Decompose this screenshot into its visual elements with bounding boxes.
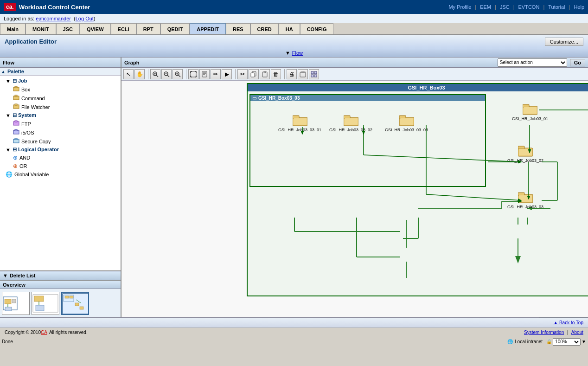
- toolbar-sep-4: [283, 69, 285, 79]
- tree-item-command[interactable]: Command: [6, 94, 119, 103]
- svg-rect-53: [251, 73, 255, 77]
- overview-thumb-1[interactable]: [2, 292, 30, 315]
- tree-item-secure-copy[interactable]: Secure Copy: [6, 137, 119, 146]
- node-job03-01-label: GSI_HR_Job03_01: [512, 116, 548, 121]
- system-info-link[interactable]: System Information: [524, 330, 564, 335]
- tree-item-i5os[interactable]: i5/OS: [6, 128, 119, 137]
- evtcon-link[interactable]: EVTCON: [518, 4, 540, 10]
- toggle-button[interactable]: [309, 69, 319, 79]
- tree-item-file-watcher[interactable]: File Watcher: [6, 103, 119, 111]
- nav-jsc[interactable]: JSC: [56, 23, 80, 34]
- properties-button[interactable]: [199, 69, 210, 79]
- about-link[interactable]: About: [571, 330, 583, 335]
- inner-box-collapse-icon[interactable]: ▭: [252, 96, 256, 101]
- run-button[interactable]: ▶: [222, 69, 232, 79]
- ca-brand-icon: ca.: [4, 3, 16, 11]
- system-group-header[interactable]: ▼ ⊟ System: [2, 111, 119, 119]
- paste-button[interactable]: [260, 69, 270, 79]
- select-tool-button[interactable]: ↖: [123, 69, 134, 79]
- help-link[interactable]: Help: [574, 4, 584, 10]
- app-title: Workload Control Center: [19, 4, 90, 11]
- tutorial-link[interactable]: Tutorial: [548, 4, 565, 10]
- copy-button[interactable]: [249, 69, 259, 79]
- overview-thumb-3[interactable]: [61, 292, 89, 315]
- nav-qedit[interactable]: QEDIT: [160, 23, 190, 34]
- nav-ha[interactable]: HA: [279, 23, 300, 34]
- logical-operator-group-header[interactable]: ▼ ⊟ Logical Operator: [2, 146, 119, 154]
- app-logo: ca. Workload Control Center: [4, 3, 90, 11]
- top-links: My Profile | EEM | JSC | EVTCON | Tutori…: [448, 4, 584, 10]
- nav-config[interactable]: CONFIG: [300, 23, 334, 34]
- node-job03-02[interactable]: GSI_HR_Job03_02: [507, 144, 543, 163]
- svg-rect-27: [80, 307, 83, 309]
- zoom-in-button[interactable]: [173, 69, 183, 79]
- flow-label: Flow: [3, 60, 14, 65]
- nav-monit[interactable]: MONIT: [26, 23, 56, 34]
- flow-label-bar: Flow: [0, 58, 121, 68]
- file-watcher-icon: [13, 103, 19, 110]
- delete-list-bar[interactable]: ▼ Delete List: [0, 271, 121, 280]
- nav-main[interactable]: Main: [0, 23, 26, 34]
- page-title-bar: Application Editor Customize...: [0, 35, 588, 48]
- ca-link[interactable]: CA: [41, 330, 47, 335]
- pan-tool-button[interactable]: ✋: [134, 69, 145, 79]
- action-select[interactable]: Select an action: [498, 58, 567, 67]
- nav-res[interactable]: RES: [226, 23, 250, 34]
- svg-rect-61: [311, 75, 313, 77]
- svg-rect-57: [301, 71, 303, 72]
- cut-button[interactable]: ✂: [237, 69, 248, 79]
- tree-item-box[interactable]: Box: [6, 85, 119, 94]
- svg-rect-20: [36, 305, 44, 311]
- zoom-fit-button[interactable]: [150, 69, 160, 79]
- jsc-link[interactable]: JSC: [500, 4, 510, 10]
- tree-item-and[interactable]: ⊕ AND: [6, 154, 119, 162]
- go-button[interactable]: Go: [570, 59, 585, 66]
- login-prefix: Logged in as:: [4, 16, 34, 21]
- nav-ecli[interactable]: ECLI: [111, 23, 136, 34]
- tree-item-global-variable[interactable]: 🌐 Global Variable: [2, 170, 119, 179]
- toolbar-sep-2: [185, 69, 186, 79]
- delete-button[interactable]: 🗑: [271, 69, 281, 79]
- back-to-top: ▲ Back to Top: [553, 320, 583, 325]
- left-panel: Flow ▲ Palette ▼ ⊟ Job Box: [0, 58, 121, 317]
- my-profile-link[interactable]: My Profile: [448, 4, 471, 10]
- svg-rect-11: [15, 138, 17, 140]
- zoom-select[interactable]: 100%: [553, 338, 581, 346]
- box-icon: [13, 86, 19, 93]
- fit-all-button[interactable]: [188, 69, 198, 79]
- back-to-top-link[interactable]: ▲ Back to Top: [553, 320, 583, 325]
- palette-header[interactable]: ▲ Palette: [0, 68, 121, 76]
- tree-item-ftp[interactable]: FTP: [6, 119, 119, 128]
- nav-qview[interactable]: QVIEW: [80, 23, 111, 34]
- node-job03-03-01[interactable]: GSI_HR_Job03_03_01: [278, 114, 321, 132]
- zone-icon: 🌐: [507, 339, 513, 344]
- overview-content: [0, 289, 121, 317]
- edit-button[interactable]: ✏: [211, 69, 221, 79]
- tree-item-or[interactable]: ⊕ OR: [6, 162, 119, 170]
- username-link[interactable]: ejmcommander: [36, 16, 71, 21]
- eem-link[interactable]: EEM: [480, 4, 491, 10]
- flow-link[interactable]: Flow: [292, 50, 303, 56]
- palette-toggle-icon: ▲: [1, 69, 6, 74]
- job-group-header[interactable]: ▼ ⊟ Job: [2, 77, 119, 85]
- svg-line-36: [179, 75, 180, 77]
- svg-rect-89: [344, 116, 350, 118]
- zoom-out-button[interactable]: [161, 69, 172, 79]
- nav-appedit[interactable]: APPEDIT: [190, 23, 226, 34]
- inner-box[interactable]: ▭ GSI_HR_Box03_03 GSI_HR_Job03_03_01: [249, 94, 486, 187]
- overview-label: Overview: [0, 281, 121, 289]
- node-job03-03-03[interactable]: GSI_HR_Job03_03_03: [385, 114, 428, 132]
- node-job03-03-02[interactable]: GSI_HR_Job03_03_02: [329, 114, 372, 132]
- logout-link[interactable]: Log Out: [76, 16, 94, 21]
- nav-rpt[interactable]: RPT: [136, 23, 160, 34]
- zoom-down-icon[interactable]: ▼: [582, 339, 586, 344]
- nav-cred[interactable]: CRED: [250, 23, 279, 34]
- export-button[interactable]: [298, 69, 308, 79]
- print-button[interactable]: 🖨: [287, 69, 297, 79]
- node-job03-03[interactable]: GSI_HR_Job03_03: [507, 191, 543, 209]
- node-job03-01[interactable]: GSI_HR_Job03_01: [512, 103, 548, 121]
- customize-button[interactable]: Customize...: [545, 38, 583, 46]
- svg-rect-24: [70, 296, 73, 298]
- main-box[interactable]: GSI_HR_Box03 ▭ GSI_HR_Box03_03: [247, 83, 588, 296]
- overview-thumb-2[interactable]: [32, 292, 59, 315]
